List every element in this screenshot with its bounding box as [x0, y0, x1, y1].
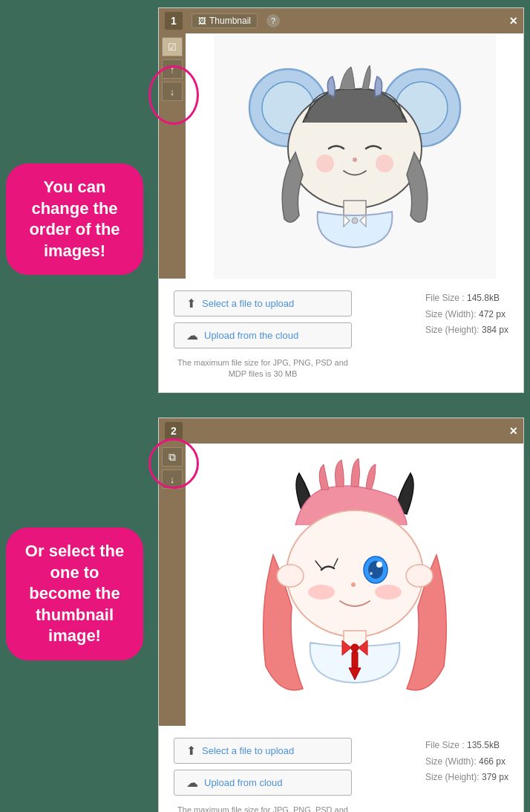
svg-point-14	[406, 565, 433, 587]
panel-2-image	[206, 444, 503, 726]
upload-file-icon-2: ⬆	[186, 744, 196, 758]
svg-point-12	[287, 510, 423, 637]
panel-1-height-value: 384 px	[482, 325, 508, 335]
panel-2-image-area	[186, 444, 523, 726]
panel-1: 1 🖼 Thumbnail ? × ☑ ↑ ↓	[158, 7, 524, 393]
svg-point-8	[376, 155, 393, 172]
upload-file-icon: ⬆	[186, 296, 196, 311]
svg-point-13	[277, 565, 304, 587]
svg-rect-9	[344, 201, 366, 215]
panel-1-width-value: 472 px	[479, 309, 506, 319]
panel-1-cloud-label: Upload from the cloud	[204, 330, 298, 341]
panel-1-file-info: File Size : 145.8kB Size (Width): 472 px…	[425, 290, 508, 339]
panel-2-close-button[interactable]: ×	[509, 423, 517, 439]
copy-button[interactable]: ⧉	[162, 447, 183, 467]
panel-1-width-label: Size (Width):	[425, 309, 477, 319]
panel-2-controls: ⧉ ↓	[159, 444, 186, 726]
panel-1-size-label: File Size :	[425, 293, 465, 303]
panel-2-upload-note: The maximum file size for JPG, PNG, PSD …	[174, 805, 352, 812]
cloud-icon-1: ☁	[186, 328, 198, 342]
panel-1-controls: ☑ ↑ ↓	[159, 33, 186, 279]
panel-2-size-value: 135.5kB	[467, 740, 500, 750]
panel-1-number: 1	[165, 12, 183, 30]
panel-2-width-label: Size (Width):	[425, 756, 477, 767]
panel-1-close-button[interactable]: ×	[509, 13, 517, 29]
svg-point-23	[351, 644, 359, 652]
checkbox-button[interactable]: ☑	[162, 37, 183, 56]
panel-2-height-label: Size (Height):	[425, 772, 480, 782]
panel-1-image	[214, 33, 496, 279]
panel-2-width-value: 466 px	[479, 756, 506, 767]
help-button[interactable]: ?	[266, 14, 280, 27]
panel-1-image-area	[186, 33, 523, 279]
panel-1-upload-note: The maximum file size for JPG, PNG, PSD …	[174, 357, 352, 380]
panel-1-height-label: Size (Height):	[425, 325, 480, 335]
panel-1-select-label: Select a file to upload	[202, 298, 294, 309]
panel-2-upload-buttons: ⬆ Select a file to upload ☁ Upload from …	[174, 738, 410, 812]
panel-2-size-label: File Size :	[425, 740, 465, 750]
page: 1 🖼 Thumbnail ? × ☑ ↑ ↓	[0, 0, 530, 812]
svg-point-6	[353, 157, 357, 162]
panel-2-upload-area: ⬆ Select a file to upload ☁ Upload from …	[159, 726, 523, 812]
thumbnail-icon: 🖼	[198, 16, 206, 25]
panel-2-cloud-label: Upload from cloud	[204, 777, 283, 788]
panel-1-header: 1 🖼 Thumbnail ? ×	[159, 8, 523, 33]
svg-point-10	[352, 218, 358, 224]
panel-2: 2 × ⧉ ↓	[158, 418, 524, 812]
svg-rect-24	[352, 652, 358, 668]
panel-2-select-file-button[interactable]: ⬆ Select a file to upload	[174, 738, 352, 764]
svg-point-19	[351, 582, 356, 587]
panel-2-select-label: Select a file to upload	[202, 745, 294, 756]
callout-1: You can change the order of the images!	[6, 163, 143, 275]
panel-2-header: 2 ×	[159, 418, 523, 444]
callout-2: Or select the one to become the thumbnai…	[6, 527, 143, 660]
panel-1-cloud-button[interactable]: ☁ Upload from the cloud	[174, 322, 352, 348]
svg-point-7	[316, 155, 334, 172]
panel-2-cloud-button[interactable]: ☁ Upload from cloud	[174, 770, 352, 796]
down-arrow-button[interactable]: ↓	[162, 82, 183, 101]
svg-point-17	[376, 562, 382, 568]
panel-2-file-info: File Size : 135.5kB Size (Width): 466 px…	[425, 738, 508, 786]
svg-point-20	[308, 585, 335, 600]
panel-1-upload-buttons: ⬆ Select a file to upload ☁ Upload from …	[174, 290, 410, 380]
svg-point-21	[375, 585, 402, 600]
cloud-icon-2: ☁	[186, 776, 198, 790]
panel-1-size-value: 145.8kB	[467, 293, 500, 303]
callout-2-text: Or select the one to become the thumbnai…	[25, 542, 124, 645]
thumbnail-label: Thumbnail	[209, 16, 251, 26]
thumbnail-badge: 🖼 Thumbnail	[192, 13, 258, 28]
up-arrow-button[interactable]: ↑	[162, 59, 183, 79]
callout-1-text: You can change the order of the images!	[29, 178, 120, 260]
panel-1-select-file-button[interactable]: ⬆ Select a file to upload	[174, 290, 352, 316]
panel-2-height-value: 379 px	[482, 772, 508, 782]
panel-2-number: 2	[165, 422, 183, 440]
svg-point-18	[370, 572, 373, 575]
panel-2-down-arrow-button[interactable]: ↓	[162, 470, 183, 489]
panel-1-upload-area: ⬆ Select a file to upload ☁ Upload from …	[159, 279, 523, 392]
